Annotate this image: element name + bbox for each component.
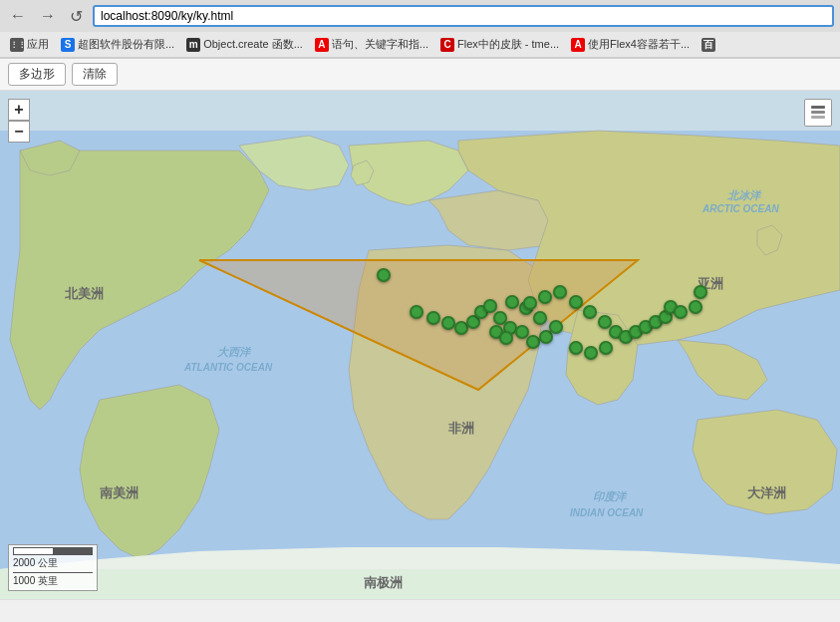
layers-icon [809,104,827,122]
data-dot [410,305,423,319]
bm4-icon: C [440,38,454,52]
scale-km-label: 2000 公里 [13,556,93,570]
bookmark-apps[interactable]: ⋮⋮ 应用 [6,36,53,53]
data-dot [377,268,391,282]
bookmark-4[interactable]: C Flex中的皮肤 - tme... [436,36,563,53]
scale-mi-label: 1000 英里 [13,574,93,588]
scale-bar: 2000 公里 1000 英里 [8,544,98,591]
clear-button[interactable]: 清除 [72,63,118,86]
bm3-icon: A [315,38,329,52]
data-dot [483,299,497,313]
zoom-out-button[interactable]: − [8,121,30,143]
svg-rect-4 [811,116,825,119]
bookmark-3[interactable]: A 语句、关键字和指... [311,36,432,53]
back-button[interactable]: ← [6,5,30,27]
bookmark-apps-label: 应用 [27,37,49,52]
data-dot [538,290,552,304]
data-dot [553,285,567,299]
bm2-label: Object.create 函数... [203,37,303,52]
data-dot [569,341,583,355]
data-dot [584,346,598,360]
bm1-label: 超图软件股份有限... [78,37,174,52]
data-dot [549,320,563,334]
data-dot [441,316,455,330]
layer-control-button[interactable] [804,99,832,127]
bm1-icon: S [61,38,75,52]
bm3-label: 语句、关键字和指... [332,37,428,52]
bm2-icon: m [186,38,200,52]
svg-rect-2 [811,106,825,109]
bookmarks-bar: ⋮⋮ 应用 S 超图软件股份有限... m Object.create 函数..… [0,32,840,58]
map-container[interactable]: 北美洲 南美洲 亚洲 非洲 大洋洲 南极洲 大西洋 ATLANTIC OCEAN… [0,91,840,599]
bookmark-1[interactable]: S 超图软件股份有限... [57,36,178,53]
data-dot [426,311,440,325]
data-dot [583,305,597,319]
data-dot [599,341,613,355]
bookmark-5[interactable]: A 使用Flex4容器若干... [567,36,694,53]
bm5-label: 使用Flex4容器若干... [588,37,690,52]
bookmark-6[interactable]: 百 [698,37,719,53]
reload-button[interactable]: ↺ [66,5,87,28]
map-background [0,91,840,599]
svg-rect-1 [0,91,840,131]
forward-button[interactable]: → [36,5,60,27]
data-dot [526,335,540,349]
data-dot [533,311,547,325]
data-dot [569,295,583,309]
apps-icon: ⋮⋮ [10,38,24,52]
data-dot [694,285,707,299]
data-dot [523,296,537,310]
data-dot [674,305,688,319]
data-dot [505,295,519,309]
bm6-icon: 百 [701,38,715,52]
polygon-button[interactable]: 多边形 [8,63,66,86]
data-dot [689,300,702,314]
status-bar [0,599,840,613]
bookmark-2[interactable]: m Object.create 函数... [182,36,307,53]
browser-chrome: ← → ↺ ⋮⋮ 应用 S 超图软件股份有限... m Object.creat… [0,0,840,59]
zoom-controls: + − [8,99,30,143]
data-dot [499,331,513,345]
bm4-label: Flex中的皮肤 - tme... [457,37,559,52]
toolbar: 多边形 清除 [0,59,840,91]
zoom-in-button[interactable]: + [8,99,30,121]
address-bar[interactable] [93,5,834,27]
svg-rect-3 [811,111,825,114]
nav-bar: ← → ↺ [0,0,840,32]
bm5-icon: A [571,38,585,52]
